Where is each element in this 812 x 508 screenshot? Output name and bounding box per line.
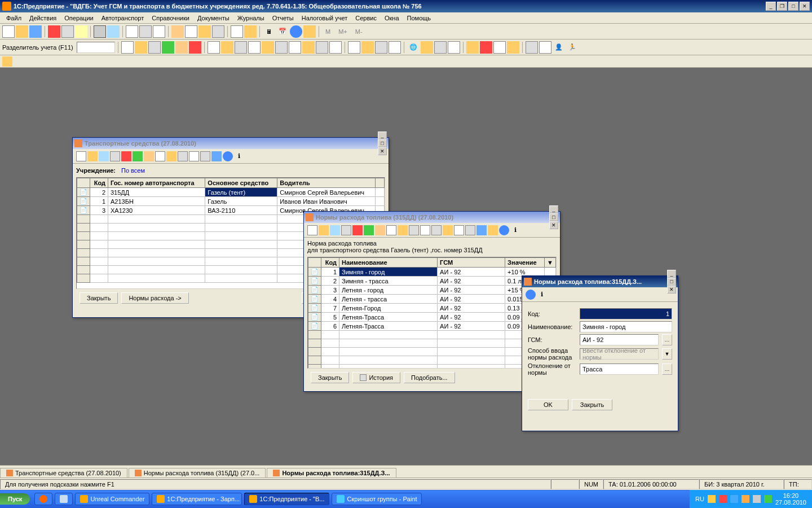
copy-icon[interactable]	[61, 25, 74, 38]
table-row[interactable]: 📄5Летняя-ТрассаАИ - 920.09 л...	[308, 313, 556, 322]
calendar-icon[interactable]: 📅	[276, 25, 289, 38]
tb-whatsthis-icon[interactable]: ℹ	[234, 151, 244, 161]
tb-find-icon[interactable]	[99, 151, 109, 161]
tb-i-icon[interactable]	[476, 225, 487, 235]
tb-new-icon[interactable]	[307, 225, 317, 235]
table-row[interactable]: 📄3Летняя - городАИ - 92+15 %	[308, 286, 556, 295]
history-button[interactable]: История	[352, 372, 400, 383]
tb-e-icon[interactable]	[431, 225, 442, 235]
tb2-c[interactable]	[148, 41, 161, 54]
table-row[interactable]: 📄6Летняя-ТрассаАИ - 920.09 л...	[308, 322, 556, 331]
tray-icon[interactable]	[719, 495, 727, 503]
close-button[interactable]: Закрыть	[311, 372, 349, 383]
tb-help-icon[interactable]	[223, 151, 233, 161]
tb2-i[interactable]	[235, 41, 247, 54]
print-icon[interactable]	[94, 25, 106, 38]
tb-btn-g[interactable]	[212, 25, 224, 38]
tb2-f[interactable]	[189, 41, 201, 54]
pick-button[interactable]: Подобрать...	[404, 372, 455, 383]
field-sposob[interactable]: Ввести отклонение от нормы	[580, 348, 659, 360]
razdelitel-field[interactable]	[77, 42, 115, 53]
minimize-button[interactable]: _	[766, 2, 776, 11]
tb-delete-icon[interactable]	[352, 225, 363, 235]
tb2-p[interactable]	[329, 41, 342, 54]
cut-icon[interactable]	[48, 25, 60, 38]
ok-button[interactable]: OK	[528, 399, 568, 410]
tb-filter-icon[interactable]	[375, 225, 385, 235]
menu-autotransport[interactable]: Автотранспорт	[98, 14, 148, 23]
new-icon[interactable]	[2, 25, 15, 38]
tb2-q[interactable]	[348, 41, 360, 54]
window-vehicles-titlebar[interactable]: Транспортные средства (27.08.2010) _ □ ✕	[73, 138, 389, 149]
mdi-tab-vehicles[interactable]: Транспортные средства (27.08.2010)	[0, 468, 127, 478]
tb-refresh-icon[interactable]	[364, 225, 374, 235]
table-row[interactable]: 📄1Зимняя - городАИ - 92+10 %	[308, 268, 556, 277]
pick-otkl-button[interactable]: …	[662, 364, 672, 375]
save-icon[interactable]	[29, 25, 42, 38]
clock-date[interactable]: 27.08.2010	[775, 499, 806, 506]
taskbar-item[interactable]: 1С:Предприятие - "В...	[244, 493, 329, 505]
tb-btn-f[interactable]	[198, 25, 211, 38]
taskbar-item[interactable]: Скриншот группы - Paint	[332, 493, 422, 505]
field-otkl[interactable]: Трасса	[580, 364, 659, 375]
preview-icon[interactable]	[107, 25, 120, 38]
field-name[interactable]: Зимняя - город	[580, 321, 672, 332]
m-plus-label[interactable]: М+	[335, 28, 351, 35]
tb2-u[interactable]	[421, 41, 433, 54]
tb-delete-icon[interactable]	[121, 151, 131, 161]
field-gsm[interactable]: АИ - 92	[580, 334, 659, 345]
tb2-v[interactable]	[434, 41, 447, 54]
tb-c-icon[interactable]	[409, 225, 419, 235]
tray-icon[interactable]	[764, 495, 772, 503]
tb-btn-i[interactable]	[244, 25, 257, 38]
table-row[interactable]: 📄1 А213БНГазель Иванов Иван Иванович	[77, 197, 385, 206]
tray-icon[interactable]	[753, 495, 761, 503]
taskbar-quicklaunch[interactable]	[34, 493, 52, 505]
field-kod[interactable]: 1	[580, 308, 672, 319]
book-icon[interactable]	[303, 25, 316, 38]
tb-btn-a[interactable]	[126, 25, 138, 38]
menu-documents[interactable]: Документы	[193, 14, 233, 23]
table-row[interactable]: 📄2 315ДД Газель (тент) Смирнов Сергей Ва…	[77, 188, 385, 197]
tray-icon[interactable]	[730, 495, 738, 503]
tray-icon[interactable]	[742, 495, 749, 503]
table-row[interactable]: 📄2Зимняя - трассаАИ - 920.1 л...	[308, 277, 556, 286]
menu-file[interactable]: Файл	[2, 14, 25, 23]
close-button[interactable]: ✕	[378, 147, 387, 155]
tb-f-icon[interactable]	[443, 225, 453, 235]
close-button[interactable]: Закрыть	[80, 292, 118, 304]
restore-button[interactable]: ❐	[777, 2, 787, 11]
globe-icon[interactable]: 🌐	[407, 41, 420, 54]
col-kod[interactable]: Код	[90, 178, 108, 188]
tb-help-icon[interactable]	[499, 225, 509, 235]
tb-refresh-icon[interactable]	[133, 151, 143, 161]
tb2-a[interactable]	[121, 41, 134, 54]
menu-journals[interactable]: Журналы	[233, 14, 268, 23]
calc-icon[interactable]: 🖩	[263, 25, 275, 38]
tb2-e[interactable]	[175, 41, 188, 54]
tb-btn-h[interactable]	[231, 25, 243, 38]
dropdown-sposob-button[interactable]: ▼	[662, 348, 672, 360]
maximize-button[interactable]: □	[788, 2, 798, 11]
tb-d-icon[interactable]	[189, 151, 199, 161]
norms-button[interactable]: Нормы расхода ->	[121, 292, 188, 304]
menu-operations[interactable]: Операции	[60, 14, 97, 23]
tb2-n[interactable]	[302, 41, 315, 54]
norms-grid[interactable]: Код Наименование ГСМ Значение ▼ 📄1Зимняя…	[307, 257, 557, 369]
tb-copy-icon[interactable]	[110, 151, 120, 161]
tb2-aa[interactable]	[507, 41, 519, 54]
tb-edit-icon[interactable]	[87, 151, 98, 161]
maximize-button[interactable]: □	[378, 139, 387, 147]
help-icon[interactable]	[526, 290, 536, 300]
tb-btn-c[interactable]	[153, 25, 165, 38]
close-button[interactable]: Закрыть	[572, 399, 612, 410]
m-label[interactable]: М	[322, 28, 334, 35]
close-button[interactable]: ✕	[800, 2, 810, 11]
tb-btn-b[interactable]	[139, 25, 152, 38]
tb-h-icon[interactable]	[465, 225, 475, 235]
tb-btn-e[interactable]	[185, 25, 197, 38]
tb-b-icon[interactable]	[166, 151, 176, 161]
col-voditel[interactable]: Водитель	[277, 178, 376, 188]
value-uchrezhdenie[interactable]: По всем	[121, 167, 145, 174]
tb-b-icon[interactable]	[398, 225, 408, 235]
